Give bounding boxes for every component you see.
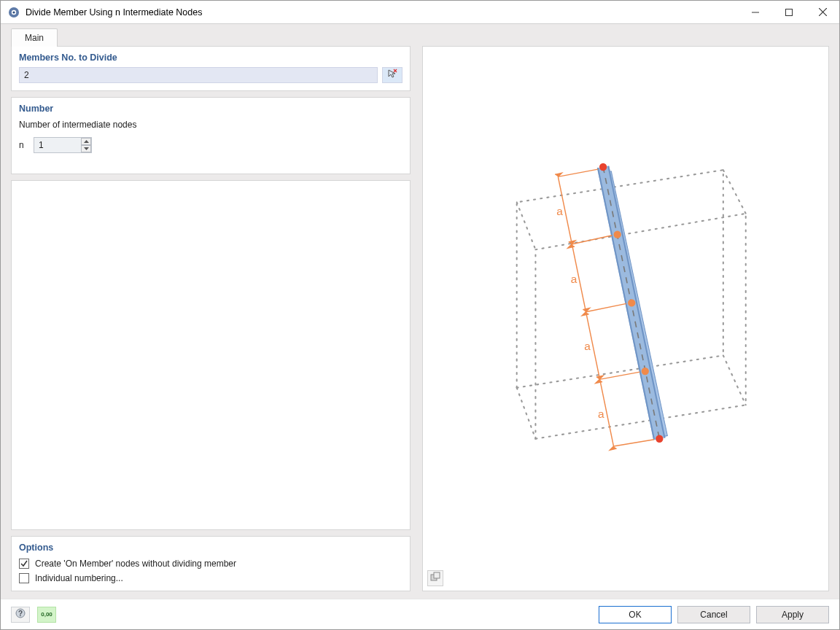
segment-label: a: [556, 205, 563, 217]
checkbox-icon: [19, 559, 29, 569]
svg-line-35: [614, 440, 655, 446]
spin-down-button[interactable]: [81, 145, 91, 152]
model-toggle-icon: [430, 572, 440, 585]
svg-text:?: ?: [18, 609, 23, 617]
help-icon: ?: [15, 608, 26, 621]
dialog-body: Main Members No. to Divide: [1, 24, 839, 629]
option-label: Individual numbering...: [35, 573, 123, 583]
svg-line-31: [558, 169, 598, 176]
window-title: Divide Member Using n Intermediate Nodes: [26, 7, 202, 18]
pick-members-button[interactable]: [382, 67, 402, 83]
segment-label: a: [584, 340, 591, 352]
svg-line-17: [535, 405, 745, 438]
n-spinner[interactable]: [34, 137, 92, 153]
preview-corner-button[interactable]: [427, 570, 443, 586]
checkbox-icon: [19, 573, 29, 583]
svg-point-28: [628, 299, 635, 306]
svg-point-2: [12, 11, 15, 13]
option-create-on-member[interactable]: Create 'On Member' nodes without dividin…: [19, 559, 402, 569]
svg-line-32: [572, 236, 612, 244]
tab-main[interactable]: Main: [11, 28, 58, 47]
svg-rect-37: [434, 572, 440, 578]
segment-label: a: [598, 408, 604, 420]
help-button[interactable]: ?: [11, 607, 30, 623]
close-button[interactable]: [806, 1, 839, 23]
options-panel-title: Options: [19, 542, 402, 553]
svg-marker-10: [84, 140, 89, 143]
svg-line-13: [723, 170, 746, 214]
svg-line-14: [517, 388, 536, 439]
n-prefix-label: n: [19, 140, 29, 150]
tabs-row: Main: [1, 24, 839, 46]
maximize-button[interactable]: [772, 1, 806, 23]
preview-panel: a a a a: [422, 46, 829, 591]
right-column: a a a a: [422, 46, 829, 591]
number-sub-label: Number of intermediate nodes: [19, 120, 402, 130]
title-bar: Divide Member Using n Intermediate Nodes: [1, 1, 839, 24]
minimize-button[interactable]: [739, 1, 772, 23]
dialog-window: Divide Member Using n Intermediate Nodes…: [0, 0, 840, 630]
units-icon: 0,00: [41, 611, 52, 618]
blank-panel: [11, 180, 411, 530]
svg-point-25: [599, 163, 607, 171]
svg-line-34: [599, 372, 640, 379]
left-column: Members No. to Divide: [11, 46, 411, 591]
options-panel: Options Create 'On Member' nodes without…: [11, 536, 411, 591]
option-individual-numbering[interactable]: Individual numbering...: [19, 573, 402, 583]
svg-line-12: [517, 202, 536, 249]
svg-point-29: [642, 368, 649, 375]
svg-line-15: [723, 355, 746, 405]
members-panel: Members No. to Divide: [11, 46, 411, 91]
preview-illustration: a a a a: [423, 47, 828, 591]
svg-marker-11: [84, 147, 89, 150]
option-label: Create 'On Member' nodes without dividin…: [35, 559, 236, 569]
units-button[interactable]: 0,00: [37, 607, 56, 623]
members-input[interactable]: [19, 67, 378, 83]
number-panel: Number Number of intermediate nodes n: [11, 97, 411, 174]
members-panel-title: Members No. to Divide: [19, 52, 402, 63]
svg-point-26: [656, 435, 663, 443]
content-area: Members No. to Divide: [1, 46, 839, 599]
apply-button[interactable]: Apply: [756, 606, 829, 623]
cancel-button[interactable]: Cancel: [677, 606, 750, 623]
segment-label: a: [571, 273, 578, 285]
number-panel-title: Number: [19, 104, 402, 114]
svg-line-16: [517, 355, 723, 387]
pick-cursor-icon: [387, 69, 397, 82]
svg-line-22: [608, 166, 664, 438]
svg-point-27: [614, 231, 621, 238]
svg-rect-4: [786, 9, 793, 15]
spin-up-button[interactable]: [81, 138, 91, 145]
dialog-footer: ? 0,00 OK Cancel Apply: [1, 599, 839, 629]
ok-button[interactable]: OK: [599, 606, 672, 623]
app-icon: [8, 7, 20, 18]
svg-line-33: [586, 303, 626, 311]
